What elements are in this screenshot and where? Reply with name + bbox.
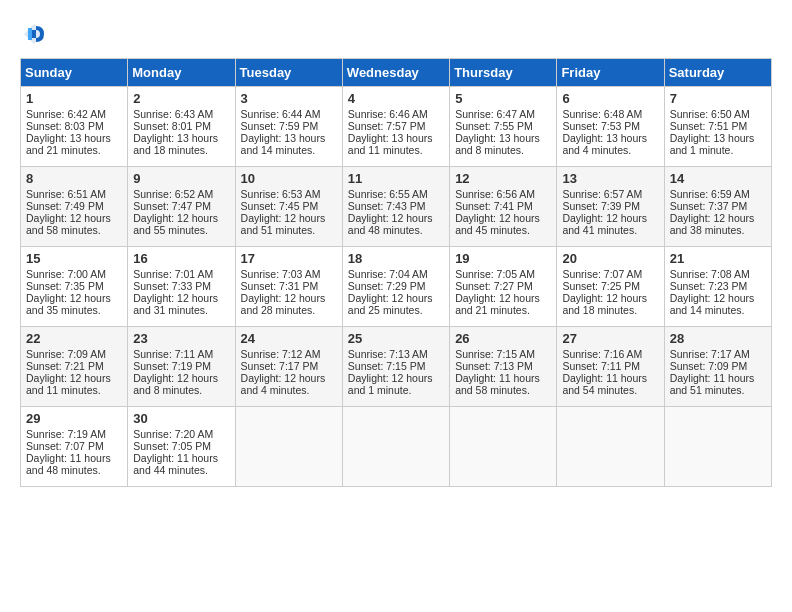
day-info-line: Sunset: 7:57 PM xyxy=(348,120,444,132)
day-number: 10 xyxy=(241,171,337,186)
day-info-line: Daylight: 11 hours xyxy=(26,452,122,464)
day-number: 14 xyxy=(670,171,766,186)
day-cell-27: 27Sunrise: 7:16 AMSunset: 7:11 PMDayligh… xyxy=(557,327,664,407)
page-header xyxy=(20,20,772,48)
day-header-wednesday: Wednesday xyxy=(342,59,449,87)
day-info-line: Sunset: 7:45 PM xyxy=(241,200,337,212)
day-info-line: Sunset: 7:25 PM xyxy=(562,280,658,292)
day-info-line: Sunset: 7:05 PM xyxy=(133,440,229,452)
day-info-line: and 45 minutes. xyxy=(455,224,551,236)
day-info-line: and 14 minutes. xyxy=(241,144,337,156)
day-info-line: Sunset: 7:23 PM xyxy=(670,280,766,292)
day-number: 4 xyxy=(348,91,444,106)
day-info-line: Sunset: 7:09 PM xyxy=(670,360,766,372)
day-cell-22: 22Sunrise: 7:09 AMSunset: 7:21 PMDayligh… xyxy=(21,327,128,407)
empty-cell xyxy=(450,407,557,487)
day-info-line: and 11 minutes. xyxy=(26,384,122,396)
day-cell-19: 19Sunrise: 7:05 AMSunset: 7:27 PMDayligh… xyxy=(450,247,557,327)
day-info-line: Daylight: 13 hours xyxy=(670,132,766,144)
day-info-line: and 18 minutes. xyxy=(562,304,658,316)
day-number: 1 xyxy=(26,91,122,106)
day-cell-15: 15Sunrise: 7:00 AMSunset: 7:35 PMDayligh… xyxy=(21,247,128,327)
day-number: 13 xyxy=(562,171,658,186)
day-cell-5: 5Sunrise: 6:47 AMSunset: 7:55 PMDaylight… xyxy=(450,87,557,167)
day-info-line: Daylight: 12 hours xyxy=(241,372,337,384)
day-info-line: and 55 minutes. xyxy=(133,224,229,236)
day-info-line: Sunrise: 7:13 AM xyxy=(348,348,444,360)
day-cell-30: 30Sunrise: 7:20 AMSunset: 7:05 PMDayligh… xyxy=(128,407,235,487)
day-info-line: and 44 minutes. xyxy=(133,464,229,476)
day-number: 27 xyxy=(562,331,658,346)
day-info-line: and 38 minutes. xyxy=(670,224,766,236)
day-info-line: and 58 minutes. xyxy=(26,224,122,236)
day-info-line: Sunset: 7:51 PM xyxy=(670,120,766,132)
day-number: 11 xyxy=(348,171,444,186)
day-info-line: Daylight: 11 hours xyxy=(133,452,229,464)
day-info-line: Daylight: 13 hours xyxy=(26,132,122,144)
day-cell-10: 10Sunrise: 6:53 AMSunset: 7:45 PMDayligh… xyxy=(235,167,342,247)
empty-cell xyxy=(342,407,449,487)
day-info-line: Sunset: 7:13 PM xyxy=(455,360,551,372)
day-number: 12 xyxy=(455,171,551,186)
day-info-line: and 4 minutes. xyxy=(562,144,658,156)
day-info-line: Sunset: 7:19 PM xyxy=(133,360,229,372)
calendar-table: SundayMondayTuesdayWednesdayThursdayFrid… xyxy=(20,58,772,487)
day-info-line: Daylight: 12 hours xyxy=(133,372,229,384)
day-number: 16 xyxy=(133,251,229,266)
day-info-line: Sunset: 7:17 PM xyxy=(241,360,337,372)
day-number: 28 xyxy=(670,331,766,346)
calendar-week-2: 8Sunrise: 6:51 AMSunset: 7:49 PMDaylight… xyxy=(21,167,772,247)
empty-cell xyxy=(557,407,664,487)
day-info-line: Sunrise: 6:59 AM xyxy=(670,188,766,200)
calendar-week-3: 15Sunrise: 7:00 AMSunset: 7:35 PMDayligh… xyxy=(21,247,772,327)
day-info-line: Sunset: 7:11 PM xyxy=(562,360,658,372)
day-info-line: and 51 minutes. xyxy=(670,384,766,396)
day-info-line: Sunrise: 7:17 AM xyxy=(670,348,766,360)
day-cell-13: 13Sunrise: 6:57 AMSunset: 7:39 PMDayligh… xyxy=(557,167,664,247)
day-number: 23 xyxy=(133,331,229,346)
day-info-line: Daylight: 12 hours xyxy=(241,292,337,304)
day-header-saturday: Saturday xyxy=(664,59,771,87)
day-info-line: Sunset: 7:55 PM xyxy=(455,120,551,132)
day-info-line: Sunrise: 7:09 AM xyxy=(26,348,122,360)
calendar-body: 1Sunrise: 6:42 AMSunset: 8:03 PMDaylight… xyxy=(21,87,772,487)
day-number: 20 xyxy=(562,251,658,266)
day-info-line: and 48 minutes. xyxy=(348,224,444,236)
day-info-line: Sunrise: 7:07 AM xyxy=(562,268,658,280)
day-info-line: Sunrise: 7:15 AM xyxy=(455,348,551,360)
day-cell-14: 14Sunrise: 6:59 AMSunset: 7:37 PMDayligh… xyxy=(664,167,771,247)
day-number: 7 xyxy=(670,91,766,106)
day-header-friday: Friday xyxy=(557,59,664,87)
day-number: 24 xyxy=(241,331,337,346)
day-cell-7: 7Sunrise: 6:50 AMSunset: 7:51 PMDaylight… xyxy=(664,87,771,167)
day-number: 3 xyxy=(241,91,337,106)
day-cell-12: 12Sunrise: 6:56 AMSunset: 7:41 PMDayligh… xyxy=(450,167,557,247)
day-info-line: Sunrise: 7:11 AM xyxy=(133,348,229,360)
empty-cell xyxy=(664,407,771,487)
day-info-line: and 25 minutes. xyxy=(348,304,444,316)
day-info-line: and 11 minutes. xyxy=(348,144,444,156)
day-info-line: Sunset: 7:43 PM xyxy=(348,200,444,212)
day-info-line: and 8 minutes. xyxy=(455,144,551,156)
day-info-line: and 21 minutes. xyxy=(455,304,551,316)
day-number: 30 xyxy=(133,411,229,426)
day-cell-23: 23Sunrise: 7:11 AMSunset: 7:19 PMDayligh… xyxy=(128,327,235,407)
day-info-line: Sunrise: 7:01 AM xyxy=(133,268,229,280)
day-cell-28: 28Sunrise: 7:17 AMSunset: 7:09 PMDayligh… xyxy=(664,327,771,407)
day-number: 9 xyxy=(133,171,229,186)
day-info-line: and 1 minute. xyxy=(348,384,444,396)
day-info-line: Sunset: 7:31 PM xyxy=(241,280,337,292)
day-info-line: Daylight: 13 hours xyxy=(133,132,229,144)
day-info-line: and 35 minutes. xyxy=(26,304,122,316)
day-cell-16: 16Sunrise: 7:01 AMSunset: 7:33 PMDayligh… xyxy=(128,247,235,327)
day-header-sunday: Sunday xyxy=(21,59,128,87)
day-info-line: and 54 minutes. xyxy=(562,384,658,396)
day-info-line: Daylight: 12 hours xyxy=(562,212,658,224)
day-cell-3: 3Sunrise: 6:44 AMSunset: 7:59 PMDaylight… xyxy=(235,87,342,167)
day-info-line: Sunset: 7:39 PM xyxy=(562,200,658,212)
day-cell-18: 18Sunrise: 7:04 AMSunset: 7:29 PMDayligh… xyxy=(342,247,449,327)
day-info-line: Sunrise: 6:50 AM xyxy=(670,108,766,120)
day-info-line: Sunset: 7:37 PM xyxy=(670,200,766,212)
day-info-line: and 41 minutes. xyxy=(562,224,658,236)
day-info-line: Sunset: 8:03 PM xyxy=(26,120,122,132)
